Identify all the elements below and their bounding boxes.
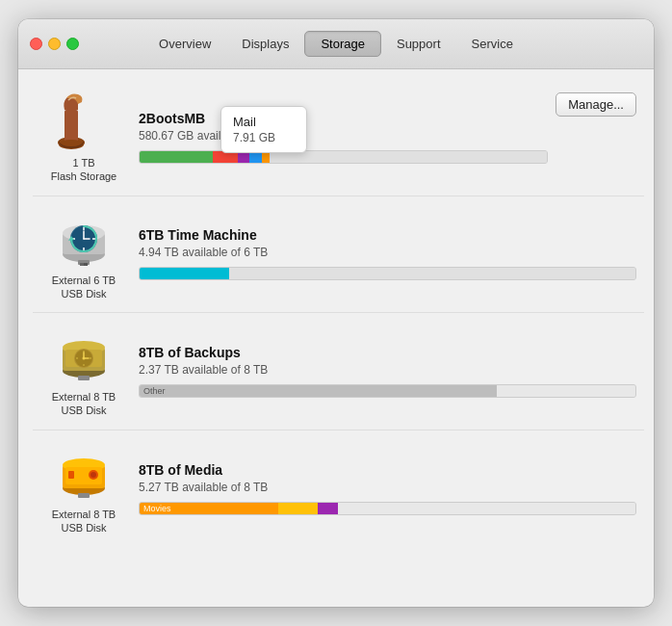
- svg-point-38: [90, 472, 96, 478]
- disk-name-boot: 2BootsMB: [139, 111, 548, 126]
- media-drive-icon: [53, 442, 115, 504]
- disk-label-tm: External 6 TB USB Disk: [52, 274, 116, 301]
- close-button[interactable]: [30, 38, 42, 50]
- disk-name-tm: 6TB Time Machine: [139, 227, 636, 243]
- storage-bar-media: Movies: [139, 502, 636, 515]
- tab-displays[interactable]: Displays: [226, 32, 304, 56]
- disk-icon-area-media: External 8 TB USB Disk: [40, 442, 127, 535]
- disk-icon-area-backups: External 8 TB USB Disk: [40, 325, 127, 418]
- tab-storage[interactable]: Storage: [304, 31, 381, 57]
- svg-rect-31: [78, 376, 90, 380]
- manage-button[interactable]: Manage...: [556, 92, 636, 117]
- disk-item-boot: 1 TB Flash Storage 2BootsMB 580.67 GB av…: [33, 79, 644, 196]
- bar-used-tm: [140, 268, 229, 279]
- bar-free-tm: [229, 268, 635, 279]
- disk-info-boot: 2BootsMB 580.67 GB available of 1 TB: [127, 111, 548, 164]
- tab-support[interactable]: Support: [381, 32, 456, 56]
- disk-label-backups: External 8 TB USB Disk: [52, 390, 116, 418]
- tooltip-value: 7.91 GB: [233, 131, 295, 144]
- disk-list: 1 TB Flash Storage 2BootsMB 580.67 GB av…: [18, 69, 654, 607]
- bar-music: [318, 503, 338, 514]
- backups-drive-icon: [53, 325, 115, 386]
- disk-available-media: 5.27 TB available of 8 TB: [139, 481, 636, 494]
- maximize-button[interactable]: [66, 38, 79, 50]
- svg-rect-1: [65, 110, 78, 144]
- bar-free-backups: [497, 385, 635, 397]
- titlebar: Overview Displays Storage Support Servic…: [18, 19, 654, 69]
- tooltip-title: Mail: [233, 115, 295, 129]
- disk-info-tm: 6TB Time Machine 4.94 TB available of 6 …: [127, 227, 636, 280]
- minimize-button[interactable]: [48, 38, 61, 50]
- storage-bar-backups: Other: [139, 384, 636, 398]
- svg-rect-39: [78, 493, 90, 498]
- svg-point-30: [83, 357, 86, 360]
- disk-item-time-machine: External 6 TB USB Disk 6TB Time Machine …: [33, 196, 644, 314]
- disk-name-backups: 8TB of Backups: [139, 345, 636, 360]
- disk-available-tm: 4.94 TB available of 6 TB: [139, 246, 636, 259]
- bar-free: [270, 151, 547, 163]
- disk-available-boot: 580.67 GB available of 1 TB: [139, 129, 548, 143]
- time-machine-icon: [53, 208, 115, 270]
- disk-item-backups: External 8 TB USB Disk 8TB of Backups 2.…: [33, 313, 644, 430]
- svg-rect-17: [84, 263, 88, 266]
- boot-drive-icon: [53, 91, 115, 152]
- bar-movies: Movies: [140, 503, 278, 514]
- content-area: 1 TB Flash Storage 2BootsMB 580.67 GB av…: [18, 69, 654, 607]
- bar-label-movies: Movies: [140, 504, 171, 513]
- disk-name-media: 8TB of Media: [139, 462, 636, 478]
- storage-bar-tm: [139, 267, 636, 280]
- bar-free-media: [338, 503, 635, 514]
- disk-info-media: 8TB of Media 5.27 TB available of 8 TB M…: [127, 462, 636, 515]
- disk-info-backups: 8TB of Backups 2.37 TB available of 8 TB…: [127, 345, 636, 398]
- disk-icon-area-tm: External 6 TB USB Disk: [40, 208, 127, 301]
- bar-other-backups: Other: [140, 385, 497, 397]
- bar-apps: [140, 151, 213, 163]
- disk-available-backups: 2.37 TB available of 8 TB: [139, 363, 636, 377]
- disk-label-media: External 8 TB USB Disk: [52, 508, 116, 535]
- traffic-lights: [18, 38, 79, 50]
- main-window: Overview Displays Storage Support Servic…: [18, 19, 654, 607]
- bar-tv: [278, 503, 318, 514]
- storage-bar-boot: [139, 150, 548, 164]
- bar-label-other: Other: [140, 386, 166, 396]
- disk-label-boot: 1 TB Flash Storage: [51, 156, 116, 184]
- tab-overview[interactable]: Overview: [143, 32, 226, 56]
- tab-bar: Overview Displays Storage Support Servic…: [18, 31, 654, 57]
- disk-item-media: External 8 TB USB Disk 8TB of Media 5.27…: [33, 430, 644, 547]
- mail-tooltip: Mail 7.91 GB: [220, 106, 307, 153]
- svg-rect-16: [80, 263, 84, 266]
- tab-service[interactable]: Service: [456, 32, 529, 56]
- disk-icon-area-boot: 1 TB Flash Storage: [40, 91, 127, 184]
- svg-rect-36: [68, 471, 74, 479]
